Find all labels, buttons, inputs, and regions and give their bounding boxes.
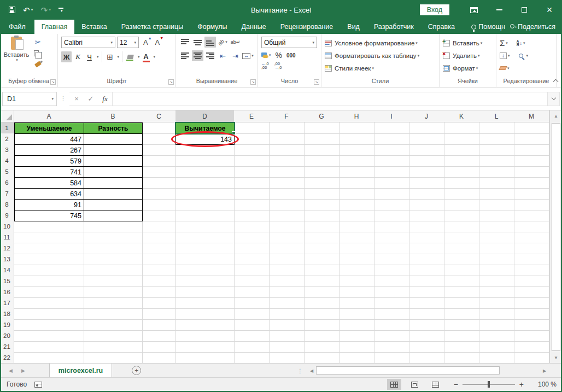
tab-formulas[interactable]: Формулы [190,20,234,34]
font-color-button[interactable]: A [141,51,151,62]
horizontal-scrollbar[interactable]: ⋮ ◀ ▶ [297,366,549,376]
increase-decimal-button[interactable]: ←.0,00 [261,62,269,69]
column-header-G[interactable]: G [304,110,339,122]
row-header-7[interactable]: 7 [0,188,14,200]
wrap-text-button[interactable]: ab↵ [230,37,241,48]
cell-A4[interactable]: 579 [14,155,84,167]
cell-B1[interactable]: Разность [84,122,143,134]
row-header-22[interactable]: 22 [0,352,14,363]
number-dialog-launcher-icon[interactable]: ↘ [314,79,319,85]
row-header-13[interactable]: 13 [0,254,14,265]
cell-B8[interactable] [84,199,143,210]
scrollbar-resize-handle[interactable]: ⋮ [297,368,303,374]
align-bottom-button[interactable] [204,37,216,48]
increase-font-size-button[interactable]: A▲ [143,38,152,46]
column-header-J[interactable]: J [409,110,444,122]
row-header-4[interactable]: 4 [0,155,14,167]
number-format-select[interactable]: Общий▾ [261,37,317,48]
row-header-11[interactable]: 11 [0,232,14,243]
vertical-scrollbar[interactable]: ▲ ▼ [549,110,562,363]
cell-A8[interactable]: 91 [14,199,84,210]
paste-button[interactable]: Вставить ▾ [3,37,30,77]
cell-B2[interactable] [84,133,143,145]
horizontal-scroll-thumb[interactable] [316,366,500,375]
font-dialog-launcher-icon[interactable]: ↘ [168,79,174,85]
row-header-15[interactable]: 15 [0,276,14,287]
clear-button[interactable]: ▾ [500,66,510,71]
tab-view[interactable]: Вид [340,20,367,34]
formula-bar-handle[interactable]: ⋮ [60,95,66,102]
format-as-table-button[interactable]: Форматировать как таблицу▾ [325,49,436,62]
merge-center-button[interactable]: ↔▾ [242,50,254,61]
font-size-select[interactable]: 12▾ [117,37,139,48]
format-cells-button[interactable]: Формат▾ [443,62,493,74]
previous-sheet-button[interactable]: ◀ [9,368,13,373]
fill-button[interactable]: ↓▾ [500,52,510,59]
customize-qat-button[interactable]: ▾ [58,8,63,12]
zoom-out-button[interactable]: − [449,380,463,389]
conditional-formatting-button[interactable]: Условное форматирование▾ [325,37,436,49]
maximize-button[interactable] [512,0,537,20]
decrease-indent-button[interactable]: ⇤ [217,50,229,61]
cell-A1[interactable]: Уменьшаемое [14,122,84,134]
column-header-C[interactable]: C [142,110,176,122]
page-break-view-button[interactable] [429,379,443,390]
spreadsheet-grid[interactable]: ▲ ▼ ABCDEFGHIJKLM12345678910111213141516… [0,110,562,363]
cut-button[interactable]: ✂ [34,38,42,46]
sheet-tab-active[interactable]: microexcel.ru [49,364,112,377]
sign-in-button[interactable]: Вход [420,4,449,15]
tab-insert[interactable]: Вставка [74,20,114,34]
scroll-left-button[interactable]: ◀ [307,366,316,375]
format-painter-button[interactable] [34,60,42,68]
cell-B4[interactable] [84,155,143,167]
insert-cells-button[interactable]: Вставить▾ [443,37,493,49]
decrease-font-size-button[interactable]: A▼ [155,38,164,46]
tab-developer[interactable]: Разработчик [367,20,421,34]
row-header-6[interactable]: 6 [0,177,14,189]
redo-button[interactable]: ↷▾ [41,6,51,14]
close-button[interactable]: × [537,0,562,20]
comma-style-button[interactable]: 000 [286,52,296,58]
column-header-L[interactable]: L [479,110,514,122]
row-header-9[interactable]: 9 [0,210,14,221]
italic-button[interactable]: К [73,51,83,62]
delete-cells-button[interactable]: Удалить▾ [443,49,493,62]
zoom-level-label[interactable]: 100 % [532,381,557,388]
cell-B7[interactable] [84,188,143,200]
underline-button[interactable]: Ч [84,51,95,62]
align-middle-button[interactable] [192,37,203,48]
column-header-H[interactable]: H [339,110,374,122]
autosum-button[interactable]: Σ▾ [500,39,508,47]
alignment-dialog-launcher-icon[interactable]: ↘ [250,79,256,85]
cell-A3[interactable]: 267 [14,144,84,156]
orientation-button[interactable]: ab▾ [217,37,229,48]
zoom-in-button[interactable]: + [515,380,528,389]
increase-indent-button[interactable]: ⇥ [230,50,241,61]
cell-B6[interactable] [84,177,143,189]
align-left-button[interactable] [179,50,191,61]
page-layout-view-button[interactable] [408,379,422,390]
cancel-entry-button[interactable]: × [69,92,84,106]
row-header-19[interactable]: 19 [0,319,14,331]
row-header-17[interactable]: 17 [0,297,14,309]
macro-record-icon[interactable] [34,382,42,388]
formula-input[interactable] [113,92,548,106]
assistant-button[interactable]: Помощн [471,23,505,31]
zoom-slider-handle[interactable] [488,381,490,388]
column-header-E[interactable]: E [234,110,270,122]
undo-dropdown-caret[interactable]: ▾ [31,8,33,12]
redo-dropdown-caret[interactable]: ▾ [49,8,51,12]
cell-A7[interactable]: 634 [14,188,84,200]
row-header-18[interactable]: 18 [0,308,14,320]
cell-styles-button[interactable]: Стили ячеек▾ [325,62,436,74]
cell-A6[interactable]: 584 [14,177,84,189]
tab-review[interactable]: Рецензирование [273,20,341,34]
cell-B3[interactable] [84,144,143,156]
cell-B9[interactable] [84,210,143,221]
select-all-corner[interactable] [0,110,14,122]
row-header-8[interactable]: 8 [0,199,14,210]
fill-color-caret[interactable]: ▾ [138,55,140,59]
row-header-5[interactable]: 5 [0,166,14,178]
tab-home[interactable]: Главная [34,20,75,34]
borders-button[interactable]: ⊞ [105,51,115,62]
